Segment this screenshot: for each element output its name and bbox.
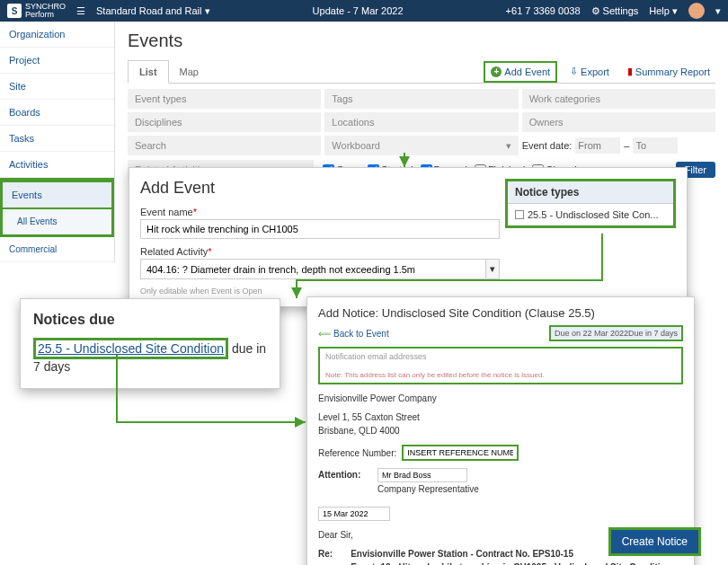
attn-role: Company Representative [377, 484, 479, 494]
chevron-down-icon[interactable]: ▾ [486, 259, 500, 279]
event-name-input[interactable] [140, 219, 500, 239]
sidebar-item-boards[interactable]: Boards [0, 100, 114, 126]
event-note: Only editable when Event is Open [140, 287, 500, 296]
settings-link[interactable]: ⚙ Settings [591, 5, 639, 17]
back-to-event-link[interactable]: ⟸ Back to Event [318, 329, 389, 339]
sidebar-item-organization[interactable]: Organization [0, 22, 114, 48]
logo-icon: S [7, 4, 22, 18]
filter-workboard[interactable]: Workboard▾ [324, 136, 518, 155]
tab-list[interactable]: List [128, 60, 169, 84]
page-title: Events [128, 31, 715, 51]
notice-date-input[interactable] [318, 507, 390, 521]
sidebar-item-activities[interactable]: Activities [0, 152, 114, 178]
notice-types-head: Notice types [508, 181, 673, 204]
sidebar-item-events[interactable]: Events [3, 181, 111, 209]
sidebar-item-site[interactable]: Site [0, 74, 114, 100]
notices-due-title: Notices due [33, 312, 267, 328]
notices-due-panel: Notices due 25.5 - Undisclosed Site Cond… [20, 298, 280, 389]
add-event-button[interactable]: + Add Event [484, 61, 557, 83]
checkbox-icon[interactable] [515, 210, 524, 219]
summary-report-button[interactable]: ▮ Summary Report [622, 62, 715, 81]
addr-line1: Envisionville Power Company [318, 392, 683, 405]
filter-disciplines[interactable]: Disciplines [128, 112, 321, 132]
attn-input[interactable] [377, 468, 467, 482]
email-label: Notification email addresses [325, 352, 676, 361]
attn-label: Attention: [318, 468, 372, 481]
export-icon: ⇩ [570, 66, 578, 77]
filter-event-types[interactable]: Event types [128, 89, 321, 109]
chevron-down-icon: ▾ [506, 140, 511, 152]
phone-text: +61 7 3369 0038 [506, 5, 581, 16]
brand-logo: S SYNCHRO Perform [7, 3, 66, 19]
project-dropdown[interactable]: Standard Road and Rail ▾ [96, 5, 209, 17]
event-name-label: Event name* [140, 207, 500, 217]
notice-type-item[interactable]: 25.5 - Undisclosed Site Con... [508, 204, 673, 225]
back-arrow-icon: ⟸ [318, 329, 331, 339]
create-notice-button[interactable]: Create Notice [608, 527, 701, 556]
add-notice-panel: Add Notice: Undisclosed Site Condition (… [306, 296, 695, 565]
due-badge: Due on 22 Mar 2022Due in 7 days [549, 325, 683, 341]
event-date-label: Event date: [522, 140, 573, 151]
addr-line3: Brisbane, QLD 4000 [318, 424, 683, 437]
ref-label: Reference Number: [318, 446, 396, 460]
chevron-down-icon: ▾ [205, 5, 210, 16]
brand-sub: Perform [25, 11, 66, 19]
filter-search[interactable]: Search [128, 136, 321, 155]
re-line2: Event: 12 - Hit rock while trenching in … [351, 561, 683, 565]
notice-types-box: Notice types 25.5 - Undisclosed Site Con… [505, 179, 676, 228]
from-input[interactable] [575, 137, 620, 154]
tab-map[interactable]: Map [169, 61, 209, 83]
sidebar-item-project[interactable]: Project [0, 48, 114, 74]
hamburger-icon[interactable]: ☰ [76, 5, 85, 17]
filter-owners[interactable]: Owners [522, 112, 715, 132]
ref-input[interactable] [402, 445, 519, 461]
update-text: Update - 7 Mar 2022 [313, 5, 404, 16]
to-input[interactable] [633, 137, 678, 154]
pdf-icon: ▮ [627, 66, 633, 77]
email-note: Note: This address list can only be edit… [325, 371, 545, 379]
notice-due-link[interactable]: 25.5 - Undisclosed Site Condition [33, 338, 228, 359]
email-addresses-box[interactable]: Notification email addresses Note: This … [318, 347, 683, 384]
sidebar-item-all-events[interactable]: All Events [3, 209, 111, 234]
chevron-down-icon[interactable]: ▾ [715, 5, 721, 17]
add-event-title: Add Event [140, 179, 500, 198]
plus-icon: + [491, 66, 502, 77]
export-button[interactable]: ⇩ Export [564, 62, 615, 81]
filter-work-categories[interactable]: Work categories [522, 89, 715, 109]
help-link[interactable]: Help ▾ [649, 5, 678, 17]
sidebar-item-tasks[interactable]: Tasks [0, 126, 114, 152]
avatar[interactable] [688, 3, 705, 19]
addr-line2: Level 1, 55 Caxton Street [318, 411, 683, 424]
filter-locations[interactable]: Locations [324, 112, 518, 132]
add-notice-title: Add Notice: Undisclosed Site Condition (… [318, 306, 683, 320]
related-activity-label: Related Activity* [140, 246, 500, 257]
sidebar: Organization Project Site Boards Tasks A… [0, 22, 115, 262]
add-event-panel: Add Event Event name* Related Activity* … [129, 167, 688, 307]
re-label: Re: [318, 547, 333, 565]
filter-tags[interactable]: Tags [324, 89, 518, 109]
sidebar-item-commercial[interactable]: Commercial [0, 237, 114, 262]
related-activity-input[interactable] [140, 259, 486, 279]
